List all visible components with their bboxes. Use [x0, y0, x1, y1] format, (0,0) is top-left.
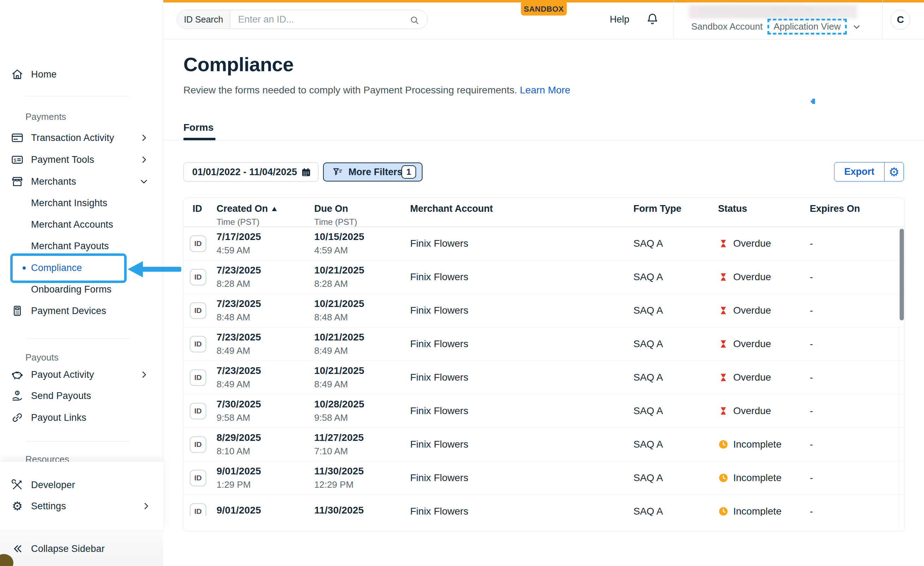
page-title: Compliance — [183, 53, 293, 76]
more-filters-button[interactable]: More Filters 1 — [323, 162, 423, 181]
chevron-down-icon — [139, 177, 149, 186]
id-chip-button[interactable]: ID — [190, 235, 206, 252]
column-header-due-on[interactable]: Due On Time (PST) — [314, 204, 410, 227]
id-chip-button[interactable]: ID — [190, 503, 206, 516]
due-date: 10/15/2025 — [314, 231, 410, 243]
credit-card-icon — [10, 131, 24, 144]
sidebar-item-transaction-activity[interactable]: Transaction Activity — [0, 127, 163, 148]
payment-terminal-icon — [10, 304, 24, 317]
sidebar-item-label: Merchant Payouts — [31, 241, 109, 252]
home-icon — [10, 68, 24, 81]
sidebar-item-send-payouts[interactable]: $ Send Payouts — [0, 385, 163, 406]
column-header-id[interactable]: ID — [183, 204, 216, 227]
due-time: 8:28 AM — [314, 279, 410, 289]
created-time: 1:29 PM — [216, 479, 314, 490]
export-settings-gear-icon[interactable]: ⚙ — [884, 162, 903, 181]
sidebar-item-merchant-accounts[interactable]: Merchant Accounts — [0, 214, 163, 235]
status-label: Overdue — [733, 271, 771, 283]
column-header-merchant-account[interactable]: Merchant Account — [410, 204, 633, 227]
table-row[interactable]: ID7/23/20258:48 AM10/21/20258:48 AMFinix… — [183, 294, 904, 327]
created-date: 7/23/2025 — [216, 298, 314, 310]
created-date: 7/17/2025 — [216, 231, 314, 243]
sidebar-item-label: Payout Activity — [31, 369, 94, 380]
status-label: Overdue — [733, 305, 771, 316]
id-chip-button[interactable]: ID — [190, 302, 206, 319]
column-header-created-on[interactable]: Created On Time (PST) — [216, 204, 314, 227]
id-search: ID Search — [177, 10, 428, 29]
sidebar-item-label: Onboarding Forms — [31, 284, 111, 295]
due-time: 8:49 AM — [314, 345, 410, 356]
table-row[interactable]: ID9/01/202511/30/2025Finix FlowersSAQ AI… — [183, 495, 904, 516]
id-chip-button[interactable]: ID — [190, 470, 206, 487]
main-content: Compliance Review the forms needed to co… — [163, 39, 924, 566]
sidebar-item-merchant-payouts[interactable]: Merchant Payouts — [0, 235, 163, 256]
sidebar-item-settings[interactable]: ⚙ Settings — [0, 496, 163, 517]
hand-dollar-icon: $ — [10, 389, 24, 403]
due-time: 8:48 AM — [314, 312, 410, 323]
sidebar-item-home[interactable]: Home — [0, 64, 163, 85]
learn-more-link[interactable]: Learn More — [520, 85, 570, 96]
payment-tools-icon: $ — [10, 153, 24, 166]
created-time: 8:10 AM — [216, 446, 314, 457]
due-date: 11/27/2025 — [314, 432, 410, 443]
sidebar-item-merchants[interactable]: Merchants — [0, 171, 163, 192]
hourglass-overdue-icon — [718, 339, 729, 349]
table-row[interactable]: ID8/29/20258:10 AM11/27/20257:10 AMFinix… — [183, 428, 904, 461]
status-label: Incomplete — [733, 506, 782, 516]
id-chip-button[interactable]: ID — [190, 336, 206, 352]
table-row[interactable]: ID7/17/20254:59 AM10/15/20254:59 AMFinix… — [183, 227, 904, 261]
hourglass-overdue-icon — [718, 238, 729, 249]
table-row[interactable]: ID7/23/20258:28 AM10/21/20258:28 AMFinix… — [183, 261, 904, 294]
date-range-filter[interactable]: 01/01/2022 - 11/04/2025 — [183, 162, 318, 181]
export-label: Export — [834, 162, 884, 181]
created-time: 8:49 AM — [216, 345, 314, 356]
sidebar-item-label: Home — [31, 69, 57, 80]
id-chip-button[interactable]: ID — [190, 436, 206, 453]
sidebar-item-payout-links[interactable]: Payout Links — [0, 407, 163, 428]
table-row[interactable]: ID7/23/20258:49 AM10/21/20258:49 AMFinix… — [183, 327, 904, 361]
sidebar-item-compliance[interactable]: Compliance — [0, 257, 163, 279]
sidebar-divider — [26, 96, 129, 96]
sidebar-item-payment-devices[interactable]: Payment Devices — [0, 300, 163, 321]
account-context-switcher[interactable]: Sandbox Account Application View — [691, 19, 862, 34]
search-icon[interactable] — [409, 15, 420, 25]
help-link[interactable]: Help — [610, 14, 630, 25]
due-time: 7:10 AM — [314, 446, 410, 457]
topbar: ID Search SANDBOX Help Sandbox Account A… — [163, 0, 924, 39]
form-type-cell: SAQ A — [633, 338, 718, 350]
tab-forms[interactable]: Forms — [183, 122, 214, 133]
table-row[interactable]: ID7/23/20258:49 AM10/21/20258:49 AMFinix… — [183, 361, 904, 394]
due-time: 8:49 AM — [314, 379, 410, 390]
sidebar-item-merchant-insights[interactable]: Merchant Insights — [0, 192, 163, 214]
sidebar-item-payment-tools[interactable]: $ Payment Tools — [0, 149, 163, 170]
created-date: 9/01/2025 — [216, 505, 314, 516]
due-time: 9:58 AM — [314, 412, 410, 423]
export-button[interactable]: Export ⚙ — [834, 162, 904, 181]
table-body: ID7/17/20254:59 AM10/15/20254:59 AMFinix… — [183, 227, 904, 516]
sidebar-item-onboarding-forms[interactable]: Onboarding Forms — [0, 279, 163, 300]
column-header-form-type[interactable]: Form Type — [633, 204, 718, 227]
status-label: Overdue — [733, 238, 771, 249]
search-input[interactable] — [230, 14, 428, 25]
active-item-bullet — [22, 267, 26, 270]
sidebar: Home Payments Transaction Activity $ Pay… — [0, 0, 163, 566]
id-chip-button[interactable]: ID — [190, 369, 206, 386]
column-header-status[interactable]: Status — [718, 204, 810, 227]
chevron-down-icon[interactable] — [852, 22, 862, 32]
sidebar-section-payouts: Payouts — [26, 352, 58, 363]
id-search-label[interactable]: ID Search — [177, 10, 230, 28]
sort-ascending-icon[interactable] — [272, 207, 277, 211]
table-row[interactable]: ID7/30/20259:58 AM10/28/20259:58 AMFinix… — [183, 394, 904, 428]
column-header-label: Due On — [314, 204, 348, 214]
column-header-expires-on[interactable]: Expires On — [810, 204, 904, 227]
id-chip-button[interactable]: ID — [190, 269, 206, 286]
avatar[interactable]: C — [891, 10, 910, 30]
table-row[interactable]: ID9/01/20251:29 PM11/30/202512:29 PMFini… — [183, 461, 904, 495]
table-scrollbar-thumb[interactable] — [900, 229, 904, 320]
sidebar-item-payout-activity[interactable]: Payout Activity — [0, 364, 163, 385]
sidebar-item-developer[interactable]: Developer — [0, 475, 163, 496]
collapse-sidebar-button[interactable]: Collapse Sidebar — [0, 530, 163, 566]
id-chip-button[interactable]: ID — [190, 403, 206, 419]
notifications-bell-icon[interactable] — [645, 12, 660, 27]
due-time: 4:59 AM — [314, 245, 410, 256]
